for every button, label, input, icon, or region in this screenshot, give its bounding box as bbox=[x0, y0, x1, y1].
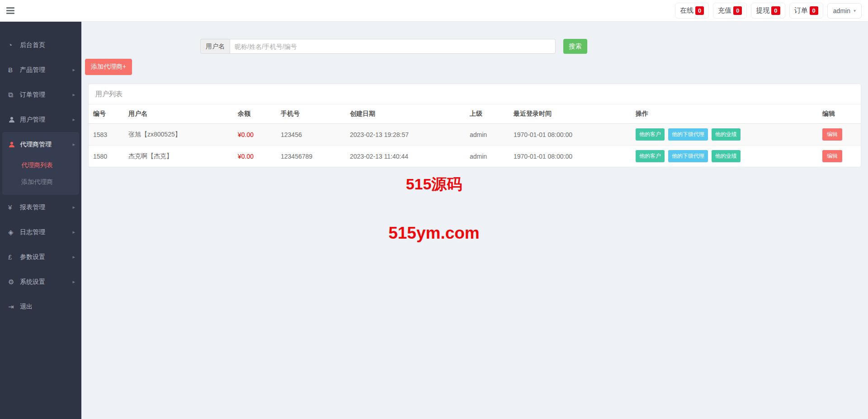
pound-icon: £ bbox=[8, 253, 20, 261]
sidebar-item-dashboard[interactable]: ◔ 后台首页 bbox=[0, 33, 81, 57]
gear-icon: ⚙ bbox=[8, 278, 20, 286]
topbar: 在线 0 充值 0 提现 0 订单 0 admin ▾ bbox=[0, 0, 868, 22]
sidebar-item-label: 订单管理 bbox=[20, 91, 72, 99]
column-header-username: 用户名 bbox=[124, 104, 233, 124]
sidebar-item-logout[interactable]: ⇥ 退出 bbox=[0, 294, 81, 319]
sidebar: ◔ 后台首页 Ƀ 产品管理 ▸ ⧉ 订单管理 ▸ 用户管理 ▸ 代理商管理 ▸ … bbox=[0, 22, 81, 419]
cell-username: 张旭【zx800525】 bbox=[124, 124, 233, 146]
edit-button[interactable]: 编辑 bbox=[822, 150, 842, 162]
chevron-right-icon: ▸ bbox=[72, 229, 75, 235]
sidebar-subitem-add-agent[interactable]: 添加代理商 bbox=[2, 174, 79, 190]
cell-balance: ¥0.00 bbox=[233, 146, 276, 167]
his-subagents-button[interactable]: 他的下级代理 bbox=[668, 150, 708, 162]
recharge-count-badge: 0 bbox=[733, 6, 742, 15]
column-header-balance: 余额 bbox=[233, 104, 276, 124]
column-header-id: 编号 bbox=[89, 104, 124, 124]
column-header-actions: 操作 bbox=[631, 104, 818, 124]
sidebar-item-agents[interactable]: 代理商管理 ▸ bbox=[2, 132, 79, 157]
order-counter[interactable]: 订单 0 bbox=[789, 3, 823, 19]
sidebar-item-system-settings[interactable]: ⚙ 系统设置 ▸ bbox=[0, 269, 81, 294]
cell-parent: admin bbox=[465, 146, 509, 167]
cell-actions: 他的客户 他的下级代理 他的业绩 bbox=[631, 146, 818, 167]
chevron-right-icon: ▸ bbox=[72, 279, 75, 285]
edit-button[interactable]: 编辑 bbox=[822, 128, 842, 141]
column-header-edit: 编辑 bbox=[818, 104, 861, 124]
online-counter[interactable]: 在线 0 bbox=[675, 3, 709, 19]
sidebar-item-logs[interactable]: ◈ 日志管理 ▸ bbox=[0, 220, 81, 245]
sidebar-item-parameters[interactable]: £ 参数设置 ▸ bbox=[0, 245, 81, 269]
cell-id: 1583 bbox=[89, 124, 124, 146]
cell-last-login: 1970-01-01 08:00:00 bbox=[509, 146, 631, 167]
recharge-label: 充值 bbox=[718, 6, 731, 15]
cell-created: 2023-02-13 19:28:57 bbox=[345, 124, 465, 146]
his-performance-button[interactable]: 他的业绩 bbox=[712, 128, 741, 141]
sidebar-subitem-label: 代理商列表 bbox=[21, 161, 53, 169]
his-customers-button[interactable]: 他的客户 bbox=[636, 128, 665, 141]
search-bar: 用户名 搜索 bbox=[200, 39, 868, 54]
cell-phone: 123456 bbox=[276, 124, 345, 146]
orders-icon: ⧉ bbox=[8, 91, 20, 99]
chevron-right-icon: ▸ bbox=[72, 117, 75, 122]
cell-id: 1580 bbox=[89, 146, 124, 167]
chevron-right-icon: ▸ bbox=[72, 141, 75, 147]
column-header-parent: 上级 bbox=[465, 104, 509, 124]
order-count-badge: 0 bbox=[810, 6, 818, 15]
user-list-panel: 用户列表 编号 用户名 余额 手机号 创建日期 上级 最近登录时间 操作 编辑 bbox=[88, 84, 861, 167]
search-field-label: 用户名 bbox=[200, 39, 230, 54]
recharge-counter[interactable]: 充值 0 bbox=[713, 3, 747, 19]
sidebar-item-reports[interactable]: ¥ 报表管理 ▸ bbox=[0, 195, 81, 220]
table-header-row: 编号 用户名 余额 手机号 创建日期 上级 最近登录时间 操作 编辑 bbox=[89, 104, 861, 124]
online-label: 在线 bbox=[680, 6, 693, 15]
add-agent-button[interactable]: 添加代理商+ bbox=[85, 59, 132, 75]
cell-phone: 123456789 bbox=[276, 146, 345, 167]
search-input-group: 用户名 bbox=[200, 39, 556, 54]
dashboard-icon: ◔ bbox=[8, 41, 20, 49]
table-row: 1580 杰克啊【杰克】 ¥0.00 123456789 2023-02-13 … bbox=[89, 146, 861, 167]
chevron-right-icon: ▸ bbox=[72, 67, 75, 73]
user-name: admin bbox=[833, 7, 850, 14]
main-content: 用户名 搜索 添加代理商+ 用户列表 编号 用户名 余额 手机号 创建日期 上级… bbox=[81, 22, 868, 419]
chevron-right-icon: ▸ bbox=[72, 92, 75, 98]
topbar-right: 在线 0 充值 0 提现 0 订单 0 admin ▾ bbox=[675, 3, 862, 19]
tags-icon: ◈ bbox=[8, 228, 20, 236]
user-icon bbox=[8, 116, 20, 123]
cell-created: 2023-02-13 11:40:44 bbox=[345, 146, 465, 167]
column-header-created: 创建日期 bbox=[345, 104, 465, 124]
cell-last-login: 1970-01-01 08:00:00 bbox=[509, 124, 631, 146]
his-subagents-button[interactable]: 他的下级代理 bbox=[668, 128, 708, 141]
yen-icon: ¥ bbox=[8, 203, 20, 211]
user-table: 编号 用户名 余额 手机号 创建日期 上级 最近登录时间 操作 编辑 1583 … bbox=[89, 104, 861, 167]
sidebar-item-label: 后台首页 bbox=[20, 41, 75, 49]
hamburger-menu-icon[interactable] bbox=[0, 0, 21, 22]
sidebar-item-products[interactable]: Ƀ 产品管理 ▸ bbox=[0, 57, 81, 82]
cell-edit: 编辑 bbox=[818, 124, 861, 146]
sidebar-item-label: 系统设置 bbox=[20, 278, 72, 286]
column-header-phone: 手机号 bbox=[276, 104, 345, 124]
user-dropdown[interactable]: admin ▾ bbox=[827, 3, 862, 19]
sidebar-item-label: 报表管理 bbox=[20, 203, 72, 212]
search-button[interactable]: 搜索 bbox=[563, 39, 587, 54]
sidebar-item-label: 产品管理 bbox=[20, 66, 72, 74]
cell-username: 杰克啊【杰克】 bbox=[124, 146, 233, 167]
his-performance-button[interactable]: 他的业绩 bbox=[712, 150, 741, 162]
sidebar-subitem-agent-list[interactable]: 代理商列表 bbox=[2, 157, 79, 174]
panel-title: 用户列表 bbox=[89, 84, 861, 104]
sidebar-item-users[interactable]: 用户管理 ▸ bbox=[0, 107, 81, 132]
sidebar-item-label: 退出 bbox=[20, 303, 75, 311]
sidebar-item-orders[interactable]: ⧉ 订单管理 ▸ bbox=[0, 82, 81, 107]
his-customers-button[interactable]: 他的客户 bbox=[636, 150, 665, 162]
sidebar-item-label: 用户管理 bbox=[20, 116, 72, 124]
sidebar-subitem-label: 添加代理商 bbox=[21, 178, 53, 186]
logout-icon: ⇥ bbox=[8, 303, 20, 311]
cell-actions: 他的客户 他的下级代理 他的业绩 bbox=[631, 124, 818, 146]
search-input[interactable] bbox=[230, 39, 556, 54]
sidebar-group-agents: 代理商管理 ▸ 代理商列表 添加代理商 bbox=[2, 132, 79, 195]
agent-icon bbox=[8, 141, 20, 148]
withdraw-label: 提现 bbox=[756, 6, 769, 15]
sidebar-item-label: 日志管理 bbox=[20, 228, 72, 236]
cell-parent: admin bbox=[465, 124, 509, 146]
cell-edit: 编辑 bbox=[818, 146, 861, 167]
cell-balance: ¥0.00 bbox=[233, 124, 276, 146]
bitcoin-icon: Ƀ bbox=[8, 66, 20, 74]
withdraw-counter[interactable]: 提现 0 bbox=[751, 3, 785, 19]
